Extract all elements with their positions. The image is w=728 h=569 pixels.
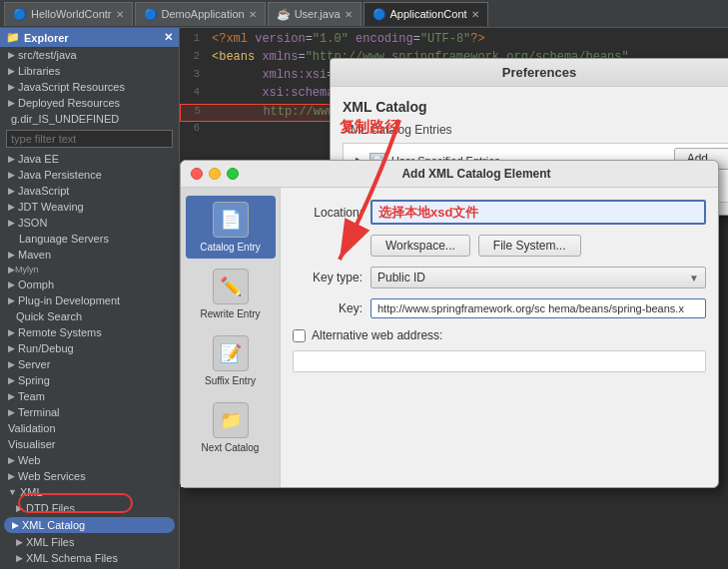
sidebar-item-javascript[interactable]: ▶JavaScript xyxy=(0,183,179,199)
suffix-entry-item[interactable]: 📝 Suffix Entry xyxy=(186,329,276,392)
sidebar-item-web[interactable]: ▶Web xyxy=(0,452,179,468)
sidebar-item-team[interactable]: ▶Team xyxy=(0,388,179,404)
prefs-entries-label: XML Catalog Entries xyxy=(343,123,728,137)
key-input[interactable] xyxy=(370,298,706,318)
rewrite-entry-item[interactable]: ✏️ Rewrite Entry xyxy=(186,263,276,325)
sidebar-item-rundebug[interactable]: ▶Run/Debug xyxy=(0,340,179,356)
tab-applicationcont[interactable]: 🔵 ApplicationCont ✕ xyxy=(364,2,488,26)
catalog-form: Location: Workspace... File System... Ke… xyxy=(281,188,718,487)
catalog-type-sidebar: 📄 Catalog Entry ✏️ Rewrite Entry 📝 Suffi… xyxy=(181,188,281,487)
alt-web-row: Alternative web address: xyxy=(293,328,706,342)
maximize-button[interactable] xyxy=(227,168,239,180)
next-catalog-icon: 📁 xyxy=(213,402,249,438)
tab-close-1[interactable]: ✕ xyxy=(249,9,257,20)
alt-web-label: Alternative web address: xyxy=(312,328,442,342)
suffix-entry-icon: 📝 xyxy=(213,335,249,371)
sidebar-item-gdir[interactable]: g.dir_IS_UNDEFINED xyxy=(0,111,179,127)
sidebar-item-javapersistence[interactable]: ▶Java Persistence xyxy=(0,167,179,183)
sidebar-item-dtdfiles[interactable]: ▶DTD Files xyxy=(0,500,179,516)
sidebar-item-xml[interactable]: ▼XML xyxy=(0,484,179,500)
code-line-1: 1 <?xml version="1.0" encoding="UTF-8"?> xyxy=(180,32,728,50)
tab-close-2[interactable]: ✕ xyxy=(345,9,353,20)
prefs-title: Preferences xyxy=(331,59,728,87)
key-label: Key: xyxy=(293,301,363,315)
tab-helloworldcontr[interactable]: 🔵 HelloWorldContr ✕ xyxy=(4,2,133,26)
location-input[interactable] xyxy=(370,200,706,225)
sidebar-item-javaee[interactable]: ▶Java EE xyxy=(0,151,179,167)
sidebar-item-deployed[interactable]: ▶Deployed Resources xyxy=(0,95,179,111)
catalog-entry-item[interactable]: 📄 Catalog Entry xyxy=(186,196,276,259)
sidebar-item-srctestjava[interactable]: ▶src/test/java xyxy=(0,47,179,63)
sidebar-item-oomph[interactable]: ▶Oomph xyxy=(0,277,179,292)
add-dialog-body: 📄 Catalog Entry ✏️ Rewrite Entry 📝 Suffi… xyxy=(181,188,718,487)
sidebar-item-mylyn[interactable]: ▶Mylyn xyxy=(0,263,179,277)
tab-close-0[interactable]: ✕ xyxy=(116,9,124,20)
key-type-label: Key type: xyxy=(293,271,363,284)
key-type-row: Key type: Public ID ▼ xyxy=(293,267,706,288)
next-catalog-item[interactable]: 📁 Next Catalog xyxy=(186,396,276,459)
sidebar-item-json[interactable]: ▶JSON xyxy=(0,215,179,231)
sidebar-item-webservices[interactable]: ▶Web Services xyxy=(0,468,179,484)
filter-input[interactable] xyxy=(6,130,173,148)
alt-web-checkbox[interactable] xyxy=(293,329,306,342)
sidebar-item-spring[interactable]: ▶Spring xyxy=(0,372,179,388)
workspace-button[interactable]: Workspace... xyxy=(370,235,470,257)
tab-icon3: ☕ xyxy=(277,8,291,21)
sidebar-item-languageservers[interactable]: Language Servers xyxy=(0,231,179,247)
key-type-dropdown[interactable]: Public ID ▼ xyxy=(370,267,706,288)
location-row: Location: xyxy=(293,200,706,225)
sidebar-header: 📁 Explorer ✕ xyxy=(0,28,179,47)
sidebar-item-server[interactable]: ▶Server xyxy=(0,356,179,372)
sidebar-item-maven[interactable]: ▶Maven xyxy=(0,247,179,263)
tab-close-3[interactable]: ✕ xyxy=(471,9,479,20)
sidebar-item-xmlfiles[interactable]: ▶XML Files xyxy=(0,534,179,550)
tab-userjava[interactable]: ☕ User.java ✕ xyxy=(268,2,362,26)
sidebar-item-plugin[interactable]: ▶Plug-in Development xyxy=(0,292,179,308)
alt-web-input-row xyxy=(293,350,706,372)
catalog-entry-icon: 📄 xyxy=(213,202,249,238)
filesystem-button[interactable]: File System... xyxy=(478,235,581,257)
tab-icon2: 🔵 xyxy=(144,8,158,21)
add-dialog-title: Add XML Catalog Element xyxy=(245,167,708,181)
tab-demoapplication[interactable]: 🔵 DemoApplication ✕ xyxy=(135,2,266,26)
sidebar-item-jdtweaving[interactable]: ▶JDT Weaving xyxy=(0,199,179,215)
close-button[interactable] xyxy=(191,168,203,180)
tab-bar: 🔵 HelloWorldContr ✕ 🔵 DemoApplication ✕ … xyxy=(0,0,728,28)
sidebar: 📁 Explorer ✕ ▶src/test/java ▶Libraries ▶… xyxy=(0,28,180,569)
tab-icon: 🔵 xyxy=(13,8,27,21)
sidebar-close-icon[interactable]: ✕ xyxy=(164,31,173,44)
location-label: Location: xyxy=(293,206,363,220)
sidebar-item-validation[interactable]: Validation xyxy=(0,420,179,436)
sidebar-item-xmlschema[interactable]: ▶XML Schema Files xyxy=(0,550,179,566)
sidebar-item-libraries[interactable]: ▶Libraries xyxy=(0,63,179,79)
dropdown-arrow-icon: ▼ xyxy=(689,273,699,284)
minimize-button[interactable] xyxy=(209,168,221,180)
file-buttons-row: Workspace... File System... xyxy=(293,235,706,257)
sidebar-item-remotesystems[interactable]: ▶Remote Systems xyxy=(0,324,179,340)
key-row: Key: xyxy=(293,298,706,318)
sidebar-item-terminal[interactable]: ▶Terminal xyxy=(0,404,179,420)
filter-input-container xyxy=(0,127,179,151)
explorer-icon: 📁 xyxy=(6,31,20,44)
sidebar-item-quicksearch[interactable]: Quick Search xyxy=(0,308,179,324)
prefs-section-title: XML Catalog xyxy=(343,99,728,115)
sidebar-item-xmlcatalog[interactable]: ▶XML Catalog xyxy=(4,517,175,533)
ide-container: 🔵 HelloWorldContr ✕ 🔵 DemoApplication ✕ … xyxy=(0,0,728,569)
alt-web-input[interactable] xyxy=(293,350,706,372)
add-dialog-titlebar: Add XML Catalog Element xyxy=(181,161,718,188)
sidebar-item-visualiser[interactable]: Visualiser xyxy=(0,436,179,452)
tab-icon4: 🔵 xyxy=(372,8,386,21)
add-xml-catalog-dialog: Add XML Catalog Element 📄 Catalog Entry … xyxy=(180,160,719,488)
sidebar-item-jsresources[interactable]: ▶JavaScript Resources xyxy=(0,79,179,95)
rewrite-entry-icon: ✏️ xyxy=(213,269,249,304)
